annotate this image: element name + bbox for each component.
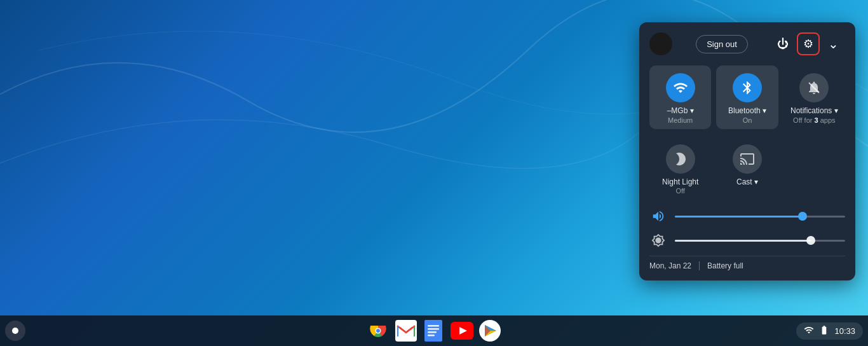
bluetooth-icon (740, 80, 755, 95)
svg-point-4 (376, 329, 380, 333)
footer-divider (699, 261, 700, 270)
play-store-app-icon[interactable] (477, 318, 503, 343)
power-button[interactable]: ⏻ (771, 32, 794, 55)
gmail-app-icon[interactable] (393, 318, 419, 343)
chrome-icon-svg (368, 321, 388, 341)
night-light-icon (673, 151, 688, 167)
bluetooth-label: Bluetooth ▾ (728, 106, 766, 116)
svg-rect-13 (428, 328, 439, 330)
svg-rect-14 (428, 331, 437, 333)
sign-out-button[interactable]: Sign out (696, 35, 748, 53)
brightness-icon (649, 232, 667, 249)
notifications-sublabel: Off for 3 apps (793, 116, 835, 124)
brightness-slider-thumb (806, 236, 815, 245)
bluetooth-toggle[interactable]: Bluetooth ▾ On (716, 66, 778, 129)
launcher-button[interactable] (5, 321, 25, 341)
bluetooth-sublabel: On (743, 116, 752, 124)
svg-rect-11 (424, 320, 442, 342)
volume-slider-thumb (798, 212, 807, 221)
tray-wifi-icon (804, 325, 814, 337)
notifications-count: 3 (815, 116, 818, 124)
power-icon: ⏻ (777, 38, 789, 51)
header-icon-group: ⏻ ⚙ ⌄ (771, 32, 845, 55)
wifi-label: –MGb ▾ (667, 106, 694, 116)
notifications-icon (806, 80, 822, 95)
clock-display: 10:33 (834, 326, 855, 336)
user-avatar[interactable] (649, 32, 672, 55)
volume-slider-track[interactable] (675, 216, 845, 218)
gmail-icon-svg (395, 320, 417, 342)
taskbar-right: 10:33 (796, 322, 863, 340)
taskbar-left (5, 321, 25, 341)
chrome-app-icon[interactable] (365, 318, 391, 343)
notifications-icon-bg (799, 73, 829, 102)
cast-label: Cast ▾ (736, 177, 758, 188)
toggle-row-2: Night Light Off Cast ▾ (649, 137, 845, 200)
battery-status: Battery full (707, 261, 743, 270)
night-light-icon-bg (666, 144, 695, 174)
brightness-slider-track[interactable] (675, 240, 845, 242)
gear-icon: ⚙ (803, 37, 813, 51)
wifi-icon (673, 80, 688, 95)
cast-icon (740, 151, 755, 167)
desktop: Sign out ⏻ ⚙ ⌄ (0, 0, 868, 346)
date-display: Mon, Jan 22 (649, 261, 691, 270)
quick-settings-panel: Sign out ⏻ ⚙ ⌄ (639, 22, 855, 280)
quick-settings-header: Sign out ⏻ ⚙ ⌄ (649, 32, 845, 55)
cast-icon-bg (733, 144, 762, 174)
night-light-label: Night Light (662, 177, 698, 188)
notifications-toggle[interactable]: Notifications ▾ Off for 3 apps (783, 66, 845, 129)
wifi-icon-bg (666, 73, 695, 102)
volume-slider-row (649, 207, 845, 225)
docs-icon-svg (424, 320, 444, 342)
bluetooth-icon-bg (733, 73, 762, 102)
youtube-app-icon[interactable] (449, 318, 475, 343)
tray-battery-svg (819, 325, 829, 335)
collapse-button[interactable]: ⌄ (822, 32, 845, 55)
svg-rect-8 (398, 326, 414, 327)
brightness-slider-row (649, 232, 845, 249)
svg-rect-15 (428, 335, 435, 336)
wifi-sublabel: Medium (668, 116, 693, 124)
chevron-down-icon: ⌄ (828, 36, 839, 52)
youtube-icon-svg (451, 322, 473, 340)
svg-rect-12 (428, 325, 439, 327)
play-store-icon-svg (479, 320, 501, 342)
taskbar: 10:33 (0, 315, 868, 346)
taskbar-center (365, 318, 503, 343)
volume-up-icon (651, 209, 665, 223)
notifications-label: Notifications ▾ (790, 106, 838, 116)
brightness-slider-fill (675, 240, 811, 242)
tray-wifi-svg (804, 325, 814, 335)
volume-icon (649, 207, 667, 225)
quick-settings-footer: Mon, Jan 22 Battery full (649, 256, 845, 270)
brightness-icon-svg (651, 233, 665, 247)
tray-battery-icon (819, 325, 829, 337)
night-light-toggle[interactable]: Night Light Off (649, 137, 711, 200)
settings-button[interactable]: ⚙ (797, 32, 820, 55)
cast-toggle[interactable]: Cast ▾ (716, 137, 778, 200)
night-light-sublabel: Off (675, 187, 684, 195)
system-tray[interactable]: 10:33 (796, 322, 863, 340)
wifi-toggle[interactable]: –MGb ▾ Medium (649, 66, 711, 129)
toggle-row-1: –MGb ▾ Medium Bluetooth ▾ On (649, 66, 845, 129)
volume-slider-fill (675, 216, 803, 218)
docs-app-icon[interactable] (421, 318, 447, 343)
